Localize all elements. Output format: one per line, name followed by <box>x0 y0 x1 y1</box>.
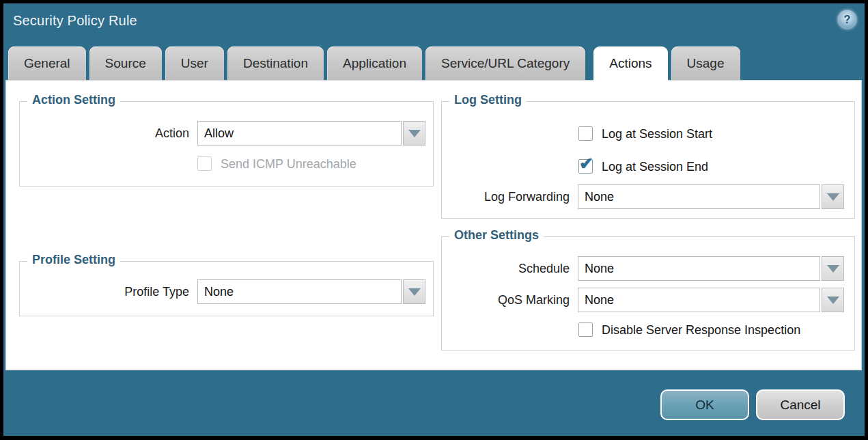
log-setting-group: Log Setting Log at Session Start ✔ Log a… <box>441 101 855 219</box>
tab-source[interactable]: Source <box>89 46 162 80</box>
actions-tab-content: Action Setting Action Allow Send ICMP Un… <box>5 80 862 370</box>
tab-service-url-category[interactable]: Service/URL Category <box>425 46 585 80</box>
other-settings-legend: Other Settings <box>449 228 544 243</box>
schedule-dropdown-value[interactable]: None <box>578 256 820 281</box>
profile-type-label: Profile Type <box>20 279 189 304</box>
tab-destination[interactable]: Destination <box>227 46 324 80</box>
profile-setting-legend: Profile Setting <box>27 253 120 267</box>
profile-setting-group: Profile Setting Profile Type None <box>19 261 434 316</box>
disable-server-response-inspection-checkbox[interactable] <box>578 322 593 337</box>
tab-user[interactable]: User <box>165 46 224 80</box>
tab-application[interactable]: Application <box>327 46 422 80</box>
profile-type-dropdown-value[interactable]: None <box>197 279 402 304</box>
send-icmp-unreachable-label: Send ICMP Unreachable <box>221 156 356 171</box>
log-at-session-start-label: Log at Session Start <box>602 126 712 141</box>
chevron-down-icon <box>827 297 839 304</box>
chevron-down-icon <box>827 193 839 201</box>
tab-general[interactable]: General <box>8 46 86 80</box>
help-icon[interactable]: ? <box>838 10 856 29</box>
log-forwarding-dropdown-value[interactable]: None <box>578 184 820 209</box>
log-forwarding-dropdown-button[interactable] <box>822 184 844 209</box>
log-forwarding-label: Log Forwarding <box>442 184 570 209</box>
disable-server-response-inspection-label: Disable Server Response Inspection <box>602 322 800 338</box>
action-label: Action <box>20 121 189 146</box>
action-dropdown-value[interactable]: Allow <box>197 121 402 146</box>
chevron-down-icon <box>408 288 421 296</box>
ok-button[interactable]: OK <box>660 389 749 420</box>
send-icmp-unreachable-checkbox <box>197 156 212 171</box>
action-setting-group: Action Setting Action Allow Send ICMP Un… <box>19 101 434 187</box>
schedule-dropdown-button[interactable] <box>822 256 844 281</box>
qos-marking-label: QoS Marking <box>442 288 570 312</box>
action-setting-legend: Action Setting <box>27 93 120 107</box>
chevron-down-icon <box>408 130 421 137</box>
chevron-down-icon <box>827 265 839 273</box>
log-at-session-end-checkbox[interactable]: ✔ <box>578 159 593 174</box>
tab-actions[interactable]: Actions <box>593 46 667 82</box>
qos-marking-dropdown-button[interactable] <box>822 288 844 312</box>
log-at-session-start-checkbox[interactable] <box>578 126 593 141</box>
action-dropdown-button[interactable] <box>403 121 425 146</box>
qos-marking-dropdown-value[interactable]: None <box>578 288 820 312</box>
cancel-button[interactable]: Cancel <box>756 389 845 420</box>
log-setting-legend: Log Setting <box>449 93 527 107</box>
window-title: Security Policy Rule <box>13 13 137 29</box>
profile-type-dropdown-button[interactable] <box>403 279 425 304</box>
schedule-label: Schedule <box>442 256 570 281</box>
log-at-session-end-label: Log at Session End <box>602 159 708 174</box>
tab-usage[interactable]: Usage <box>671 46 740 80</box>
tab-bar: General Source User Destination Applicat… <box>8 46 740 80</box>
other-settings-group: Other Settings Schedule None QoS Marking… <box>441 236 855 350</box>
check-icon: ✔ <box>579 154 593 174</box>
